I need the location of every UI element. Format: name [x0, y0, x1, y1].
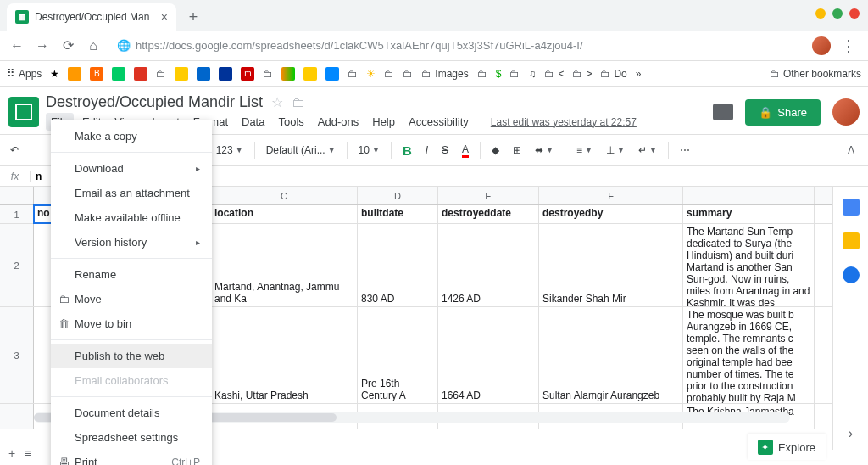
share-button[interactable]: 🔒 Share	[745, 99, 821, 126]
formula-input[interactable]: n	[31, 171, 47, 182]
browser-tab[interactable]: ▦ Destroyed/Occupied Man ×	[7, 3, 176, 31]
comments-icon[interactable]	[713, 104, 733, 120]
menu-addons[interactable]: Add-ons	[313, 113, 364, 131]
account-avatar[interactable]	[832, 98, 860, 126]
row-header[interactable]: 3	[0, 307, 34, 403]
tasks-icon[interactable]	[843, 266, 860, 283]
back-button[interactable]: ←	[7, 36, 27, 56]
borders-button[interactable]: ⊞	[508, 141, 526, 160]
cell[interactable]: Martand, Anantnag, Jammu and Ka	[211, 224, 358, 306]
bookmark-folder[interactable]: 🗀	[263, 68, 273, 80]
bookmark-icon[interactable]: m	[241, 67, 254, 81]
cell[interactable]: destroyedby	[539, 205, 683, 223]
col-header[interactable]	[683, 187, 815, 204]
bookmark-icon[interactable]	[175, 67, 188, 81]
new-tab-button[interactable]: +	[181, 5, 205, 29]
cell[interactable]: Sikander Shah Mir	[539, 224, 683, 306]
forward-button[interactable]: →	[32, 36, 53, 56]
bookmark-icon[interactable]	[134, 67, 147, 81]
fontsize-dropdown[interactable]: 10 ▼	[353, 141, 385, 160]
menu-move-bin[interactable]: 🗑Move to bin	[51, 311, 212, 336]
cell[interactable]: 1426 AD	[438, 224, 539, 306]
browser-menu-button[interactable]: ⋮	[836, 36, 861, 55]
select-all-corner[interactable]	[0, 187, 34, 204]
strike-button[interactable]: S	[437, 141, 453, 160]
cell[interactable]: The mosque was built b Aurangzeb in 1669…	[683, 307, 815, 403]
bookmark-icon[interactable]	[112, 67, 125, 81]
cell[interactable]: destroyeddate	[438, 205, 539, 223]
col-header[interactable]: D	[358, 187, 438, 204]
bookmark-gt[interactable]: 🗀 >	[572, 68, 592, 80]
bookmark-dollar[interactable]: $	[496, 68, 502, 80]
col-header[interactable]: F	[539, 187, 683, 204]
font-dropdown[interactable]: Default (Ari... ▼	[261, 141, 341, 160]
menu-spreadsheet-settings[interactable]: Spreadsheet settings	[51, 425, 212, 450]
apps-button[interactable]: ⠿ Apps	[7, 67, 42, 80]
bookmark-folder[interactable]: 🗀	[403, 68, 413, 80]
cell[interactable]: Sultan Alamgir Aurangzeb	[539, 307, 683, 403]
star-icon[interactable]: ☆	[271, 94, 283, 110]
chevron-right-icon[interactable]: ›	[849, 426, 853, 441]
fill-color-button[interactable]: ◆	[487, 141, 504, 160]
bold-button[interactable]: B	[398, 140, 417, 161]
menu-email-attachment[interactable]: Email as an attachment	[51, 181, 212, 205]
bookmark-folder[interactable]: 🗀	[384, 68, 394, 80]
maximize-button[interactable]	[832, 8, 843, 19]
menu-print[interactable]: 🖶PrintCtrl+P	[51, 450, 212, 465]
cell[interactable]: 1664 AD	[438, 307, 539, 403]
menu-accessibility[interactable]: Accessibility	[403, 113, 474, 131]
document-title[interactable]: Destroyed/Occupied Mandir List	[46, 93, 263, 111]
menu-help[interactable]: Help	[367, 113, 400, 131]
menu-move[interactable]: 🗀Move	[51, 287, 212, 311]
bookmark-icon[interactable]	[219, 67, 232, 81]
bookmark-icon[interactable]	[303, 67, 317, 81]
keep-icon[interactable]	[843, 232, 860, 249]
valign-button[interactable]: ⊥ ▼	[601, 141, 630, 160]
cell[interactable]: builtdate	[358, 205, 438, 223]
menu-download[interactable]: Download▸	[51, 156, 212, 181]
calendar-icon[interactable]	[843, 199, 860, 216]
cell[interactable]: location	[211, 205, 358, 223]
home-button[interactable]: ⌂	[83, 36, 103, 56]
cell[interactable]: 830 AD	[358, 224, 438, 306]
row-header[interactable]	[0, 404, 34, 429]
cell[interactable]: The Martand Sun Temp dedicated to Surya …	[683, 224, 815, 306]
undo-button[interactable]: ↶	[5, 141, 24, 160]
other-bookmarks[interactable]: 🗀 Other bookmarks	[770, 68, 861, 80]
explore-button[interactable]: ✦ Explore	[748, 434, 826, 460]
menu-data[interactable]: Data	[236, 113, 270, 131]
collapse-toolbar-icon[interactable]: ᐱ	[839, 144, 863, 156]
bookmark-icon[interactable]	[326, 67, 339, 81]
menu-publish-web[interactable]: Publish to the web	[51, 344, 212, 368]
bookmark-lt[interactable]: 🗀 <	[544, 68, 564, 80]
bookmark-folder[interactable]: 🗀	[509, 68, 520, 80]
bookmark-do[interactable]: 🗀 Do	[600, 68, 626, 80]
text-color-button[interactable]: A	[457, 140, 474, 161]
menu-rename[interactable]: Rename	[51, 262, 212, 287]
url-input[interactable]: 🌐 https://docs.google.com/spreadsheets/d…	[108, 39, 807, 52]
menu-make-copy[interactable]: Make a copy	[51, 124, 212, 148]
merge-button[interactable]: ⬌ ▼	[530, 141, 559, 160]
cell[interactable]: summary	[683, 205, 815, 223]
bookmark-folder[interactable]: 🗀	[477, 68, 487, 80]
row-header[interactable]: 2	[0, 224, 34, 306]
cell[interactable]: Kashi, Uttar Pradesh	[211, 307, 358, 403]
menu-document-details[interactable]: Document details	[51, 401, 212, 425]
close-icon[interactable]: ×	[161, 10, 168, 24]
all-sheets-button[interactable]: ≡	[24, 446, 31, 460]
menu-make-offline[interactable]: Make available offline	[51, 205, 212, 230]
bookmark-icon[interactable]	[68, 67, 81, 81]
sheets-logo[interactable]	[8, 97, 39, 127]
bookmark-folder[interactable]: 🗀	[348, 68, 358, 80]
zoom-dropdown[interactable]: 123▼	[211, 141, 248, 160]
italic-button[interactable]: I	[420, 141, 433, 160]
menu-tools[interactable]: Tools	[273, 113, 309, 131]
bookmark-icon[interactable]	[281, 67, 295, 81]
bookmark-overflow[interactable]: »	[636, 68, 642, 80]
minimize-button[interactable]	[815, 8, 826, 19]
bookmark-music[interactable]: ♫	[528, 68, 536, 80]
reload-button[interactable]: ⟳	[58, 36, 78, 56]
move-folder-icon[interactable]: 🗀	[292, 95, 305, 110]
cell[interactable]: Pre 16th Century A	[358, 307, 438, 403]
add-sheet-button[interactable]: +	[8, 446, 15, 460]
